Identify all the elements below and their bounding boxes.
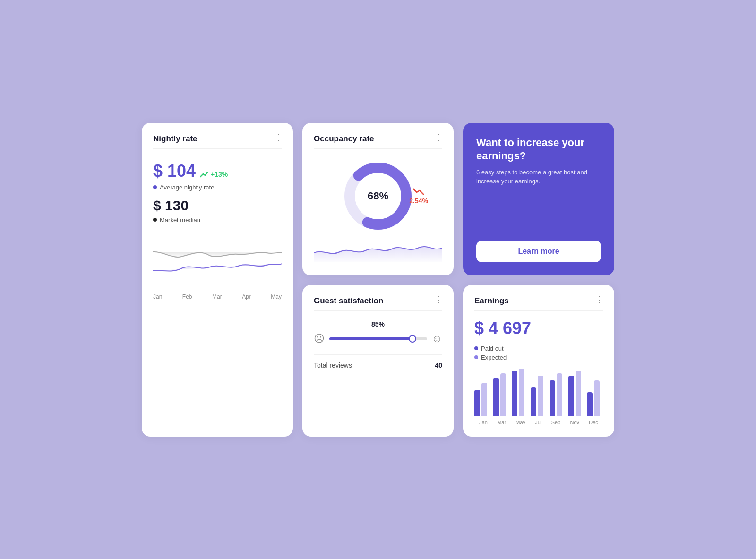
sad-face-icon: ☹ [314,333,325,345]
occupancy-card: Occupancy rate ⋮ 68% 2.54% [302,123,454,275]
bar-jul [531,376,547,416]
nightly-chart [153,233,282,290]
slider-area: 85% ☹ ☺ [314,320,442,345]
earnings-bar-chart [474,369,603,416]
bar-jan [474,383,490,416]
divider [314,148,442,149]
divider [314,310,442,311]
guest-satisfaction-card: Guest satisfaction ⋮ 85% ☹ ☺ Total revie… [302,285,454,437]
expected-dot [474,355,478,359]
earnings-legend: Paid out Expected [474,345,603,361]
chart-x-labels: Jan Feb Mar Apr May [153,293,282,300]
reviews-count: 40 [435,361,442,369]
bar-mar [493,373,509,416]
nightly-rate-card: Nightly rate ⋮ $ 104 +13% Average nightl… [142,123,293,437]
reviews-row: Total reviews 40 [314,354,442,369]
occupancy-wave-chart [314,239,442,264]
promo-title: Want to increase your earnings? [476,136,601,163]
nightly-more-button[interactable]: ⋮ [274,132,284,143]
dashboard: Nightly rate ⋮ $ 104 +13% Average nightl… [123,104,633,456]
satisfaction-more-button[interactable]: ⋮ [435,294,444,305]
happy-face-icon: ☺ [432,333,442,345]
legend-paid: Paid out [474,345,603,352]
bar-nov [568,371,584,416]
occupancy-more-button[interactable]: ⋮ [435,132,444,143]
nightly-amount: $ 104 [153,161,196,181]
market-amount: $ 130 [153,198,282,214]
avg-dot [153,185,157,189]
slider-track: ☹ ☺ [314,333,442,345]
learn-more-button[interactable]: Learn more [476,241,601,262]
nightly-trend: +13% [200,171,228,178]
avg-nightly-label: Average nightly rate [153,184,282,191]
market-label: Market median [153,216,282,224]
slider-percent-label: 85% [314,320,442,328]
bar-sep [550,373,566,416]
occupancy-title: Occupancy rate [314,134,442,144]
earnings-amount: $ 4 697 [474,318,603,338]
earnings-title: Earnings [474,296,603,306]
slider-bar [329,337,427,340]
legend-expected: Expected [474,354,603,361]
nightly-rate-title: Nightly rate [153,134,282,144]
reviews-label: Total reviews [314,361,352,369]
bar-dec [587,380,603,416]
divider [153,148,282,149]
donut-percent: 68% [368,190,388,202]
bar-may [512,369,528,416]
satisfaction-title: Guest satisfaction [314,296,442,306]
earnings-card: Earnings ⋮ $ 4 697 Paid out Expected [463,285,614,437]
slider-fill [329,337,412,340]
paid-dot [474,346,478,350]
slider-thumb [409,335,416,343]
occupancy-trend-area: 2.54% [409,188,428,205]
promo-subtitle: 6 easy steps to become a great host and … [476,168,601,186]
donut-area: 68% 2.54% [314,158,442,234]
earnings-bar-labels: Jan Mar May Jul Sep Nov Dec [474,420,603,425]
promo-card: Want to increase your earnings? 6 easy s… [463,123,614,275]
market-dot [153,218,157,222]
divider [474,310,603,311]
occupancy-trend: 2.54% [409,197,428,205]
earnings-more-button[interactable]: ⋮ [595,294,605,305]
